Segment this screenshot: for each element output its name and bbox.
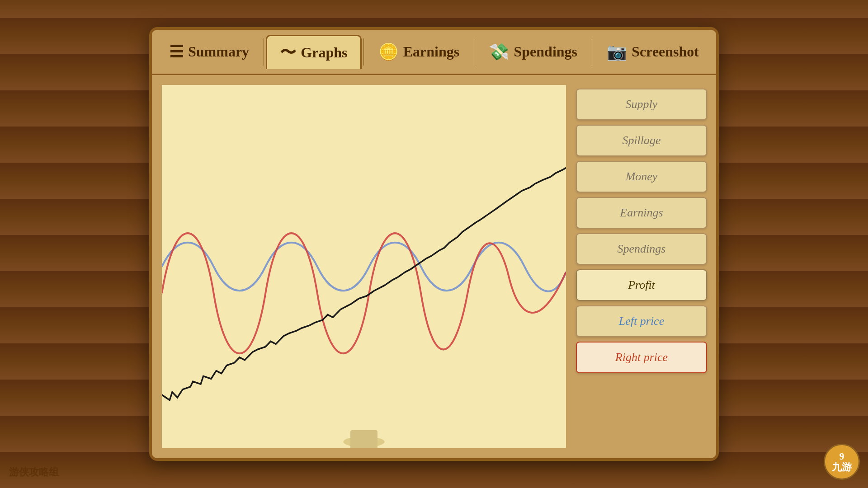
screenshot-icon: 📷	[607, 42, 627, 61]
watermark: 游侠攻略组	[9, 465, 59, 479]
tab-divider-3	[474, 38, 474, 66]
btn-right-price-label: Right price	[615, 351, 668, 364]
tab-summary[interactable]: ☰ Summary	[156, 37, 262, 67]
btn-money-label: Money	[626, 170, 658, 183]
btn-earnings[interactable]: Earnings	[576, 197, 707, 229]
btn-earnings-label: Earnings	[620, 206, 663, 219]
tab-spendings[interactable]: 💸 Spendings	[476, 37, 590, 67]
content-area: Supply Spillage Money Earnings Spendings…	[152, 75, 716, 458]
tab-bar: ☰ Summary 〜 Graphs 🪙 Earnings 💸 Spending…	[152, 30, 716, 75]
graphs-icon: 〜	[280, 42, 296, 64]
list-icon: ☰	[169, 42, 184, 61]
logo-badge: 9九游	[824, 444, 860, 480]
btn-left-price-label: Left price	[619, 314, 664, 328]
btn-profit-label: Profit	[628, 278, 655, 291]
tab-divider-2	[363, 38, 364, 66]
btn-money[interactable]: Money	[576, 161, 707, 192]
btn-spillage-label: Spillage	[622, 134, 660, 147]
paper-fold	[350, 430, 377, 448]
tab-summary-label: Summary	[188, 43, 249, 60]
tab-screenshot[interactable]: 📷 Screenshot	[594, 37, 712, 67]
tab-divider-4	[592, 38, 592, 66]
earnings-icon: 🪙	[378, 42, 399, 61]
btn-spendings-label: Spendings	[618, 242, 666, 255]
graph-container	[161, 84, 567, 449]
spendings-icon: 💸	[489, 42, 509, 61]
right-panel: Supply Spillage Money Earnings Spendings…	[576, 84, 707, 449]
btn-left-price[interactable]: Left price	[576, 305, 707, 337]
tab-earnings[interactable]: 🪙 Earnings	[366, 37, 472, 67]
tab-divider-1	[264, 38, 264, 66]
btn-right-price[interactable]: Right price	[576, 342, 707, 373]
tab-screenshot-label: Screenshot	[632, 43, 699, 60]
tab-graphs-label: Graphs	[301, 44, 347, 61]
btn-profit[interactable]: Profit	[576, 269, 707, 301]
main-panel: ☰ Summary 〜 Graphs 🪙 Earnings 💸 Spending…	[149, 27, 719, 461]
tab-spendings-label: Spendings	[514, 43, 577, 60]
btn-spillage[interactable]: Spillage	[576, 125, 707, 156]
graph-svg	[162, 85, 566, 448]
logo-text: 9九游	[832, 451, 852, 473]
btn-spendings[interactable]: Spendings	[576, 233, 707, 265]
wood-background: ☰ Summary 〜 Graphs 🪙 Earnings 💸 Spending…	[0, 0, 868, 488]
btn-supply[interactable]: Supply	[576, 89, 707, 120]
btn-supply-label: Supply	[626, 98, 658, 111]
tab-earnings-label: Earnings	[403, 43, 459, 60]
tab-graphs[interactable]: 〜 Graphs	[266, 35, 361, 69]
